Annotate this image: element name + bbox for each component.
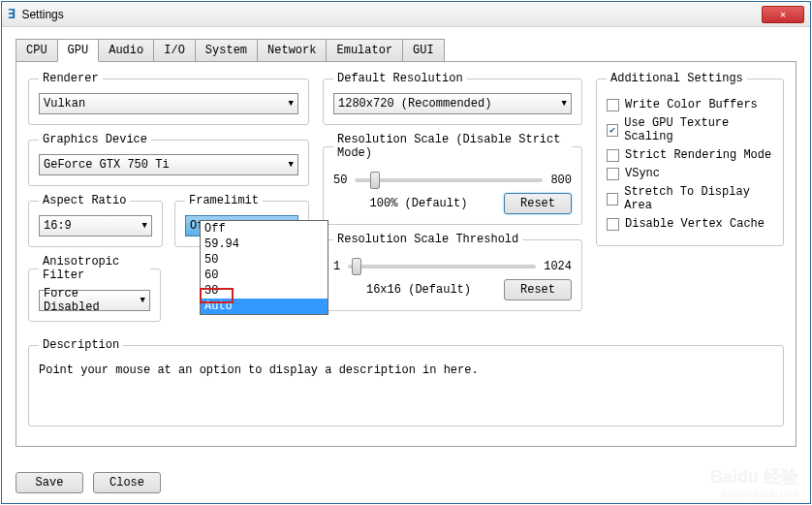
threshold-label: 16x16 (Default) (333, 283, 504, 297)
aspect-ratio-group: Aspect Ratio 16:9 ▼ (28, 194, 163, 247)
titlebar: ∃ Settings ✕ (2, 2, 810, 27)
threshold-slider[interactable] (348, 265, 536, 268)
chevron-down-icon: ▼ (142, 221, 147, 231)
anisotropic-filter-legend: Anisotropic Filter (39, 255, 150, 282)
framelimit-dropdown: Off59.94506030Auto (200, 220, 328, 315)
close-icon: ✕ (780, 9, 786, 20)
checkbox-label: Write Color Buffers (625, 98, 758, 111)
graphics-device-value: GeForce GTX 750 Ti (44, 158, 170, 172)
checkbox[interactable] (607, 149, 619, 162)
tab-gui[interactable]: GUI (402, 39, 445, 62)
graphics-device-combo[interactable]: GeForce GTX 750 Ti ▼ (39, 154, 298, 175)
description-group: Description Point your mouse at an optio… (28, 338, 784, 426)
tab-system[interactable]: System (195, 39, 258, 62)
anisotropic-filter-group: Anisotropic Filter Force Disabled ▼ (28, 255, 161, 322)
checkbox-row: Strict Rendering Mode (607, 148, 773, 162)
tab-i-o[interactable]: I/O (153, 39, 196, 62)
additional-settings-group: Additional Settings Write Color Buffers✔… (596, 72, 784, 246)
tab-emulator[interactable]: Emulator (326, 39, 403, 62)
framelimit-option[interactable]: 60 (201, 268, 328, 283)
renderer-value: Vulkan (44, 97, 85, 110)
aspect-ratio-legend: Aspect Ratio (39, 194, 130, 207)
resolution-scale-label: 100% (Default) (333, 197, 504, 210)
anisotropic-filter-combo[interactable]: Force Disabled ▼ (39, 290, 150, 311)
checkbox-row: Write Color Buffers (607, 98, 773, 111)
anisotropic-filter-value: Force Disabled (44, 287, 141, 314)
close-button[interactable]: Close (93, 472, 161, 493)
framelimit-option[interactable]: Auto (201, 299, 328, 314)
graphics-device-group: Graphics Device GeForce GTX 750 Ti ▼ (28, 133, 309, 186)
dialog-footer: Save Close (16, 472, 161, 493)
resolution-scale-min: 50 (333, 174, 347, 187)
renderer-group: Renderer Vulkan ▼ (28, 72, 309, 125)
checkbox-label: Strict Rendering Mode (625, 148, 771, 162)
framelimit-option[interactable]: 30 (201, 283, 328, 299)
framelimit-legend: Framelimit (185, 194, 263, 207)
resolution-scale-group: Resolution Scale (Disable Strict Mode) 5… (323, 133, 582, 225)
threshold-reset-button[interactable]: Reset (504, 279, 572, 300)
tab-cpu[interactable]: CPU (16, 39, 58, 62)
renderer-combo[interactable]: Vulkan ▼ (39, 93, 298, 114)
tab-network[interactable]: Network (257, 39, 327, 62)
default-resolution-value: 1280x720 (Recommended) (338, 97, 491, 110)
checkbox-label: VSync (625, 167, 660, 180)
close-window-button[interactable]: ✕ (762, 6, 804, 23)
checkbox[interactable] (607, 168, 619, 180)
threshold-min: 1 (333, 260, 340, 273)
threshold-max: 1024 (544, 260, 572, 273)
checkbox-label: Disable Vertex Cache (625, 217, 765, 231)
description-text: Point your mouse at an option to display… (39, 363, 773, 377)
tab-gpu[interactable]: GPU (57, 39, 100, 62)
window-title: Settings (21, 8, 762, 21)
checkbox-label: Use GPU Texture Scaling (624, 116, 773, 143)
checkbox-row: VSync (607, 167, 773, 180)
save-button[interactable]: Save (16, 472, 83, 493)
checkbox-label: Stretch To Display Area (624, 185, 773, 212)
default-resolution-group: Default Resolution 1280x720 (Recommended… (323, 72, 582, 125)
framelimit-option[interactable]: Off (201, 221, 328, 237)
aspect-ratio-combo[interactable]: 16:9 ▼ (39, 215, 152, 237)
chevron-down-icon: ▼ (289, 99, 294, 109)
checkbox[interactable] (607, 193, 618, 205)
graphics-device-legend: Graphics Device (39, 133, 151, 146)
checkbox-row: Stretch To Display Area (607, 185, 773, 212)
chevron-down-icon: ▼ (289, 160, 294, 170)
tab-strip: CPUGPUAudioI/OSystemNetworkEmulatorGUI (16, 39, 796, 62)
aspect-ratio-value: 16:9 (44, 219, 72, 233)
renderer-legend: Renderer (39, 72, 103, 85)
slider-thumb[interactable] (370, 172, 380, 189)
resolution-scale-slider[interactable] (355, 178, 543, 182)
slider-thumb[interactable] (352, 258, 361, 275)
resolution-scale-max: 800 (550, 174, 572, 187)
resolution-scale-reset-button[interactable]: Reset (504, 193, 572, 214)
checkbox-row: Disable Vertex Cache (607, 217, 773, 231)
chevron-down-icon: ▼ (141, 296, 145, 305)
resolution-scale-threshold-group: Resolution Scale Threshold 1 1024 16x16 … (323, 233, 582, 311)
checkbox[interactable] (607, 218, 619, 231)
framelimit-option[interactable]: 50 (201, 252, 328, 268)
tab-audio[interactable]: Audio (98, 39, 154, 62)
content-area: CPUGPUAudioI/OSystemNetworkEmulatorGUI R… (2, 27, 810, 447)
additional-settings-legend: Additional Settings (607, 72, 747, 85)
framelimit-option[interactable]: 59.94 (201, 237, 328, 252)
tab-panel-gpu: Renderer Vulkan ▼ Graphics Device GeForc… (16, 61, 796, 447)
app-icon: ∃ (8, 6, 16, 22)
checkbox[interactable]: ✔ (607, 124, 618, 137)
resolution-scale-legend: Resolution Scale (Disable Strict Mode) (333, 133, 572, 160)
settings-window: ∃ Settings ✕ CPUGPUAudioI/OSystemNetwork… (1, 1, 811, 504)
description-legend: Description (39, 338, 123, 352)
checkbox-row: ✔Use GPU Texture Scaling (607, 116, 773, 143)
resolution-scale-threshold-legend: Resolution Scale Threshold (333, 233, 522, 246)
default-resolution-combo[interactable]: 1280x720 (Recommended) ▼ (333, 93, 572, 114)
checkbox[interactable] (607, 99, 619, 111)
watermark: Baidu 经验 jingyan.baidu.com (710, 465, 798, 499)
default-resolution-legend: Default Resolution (333, 72, 467, 85)
chevron-down-icon: ▼ (562, 99, 567, 109)
